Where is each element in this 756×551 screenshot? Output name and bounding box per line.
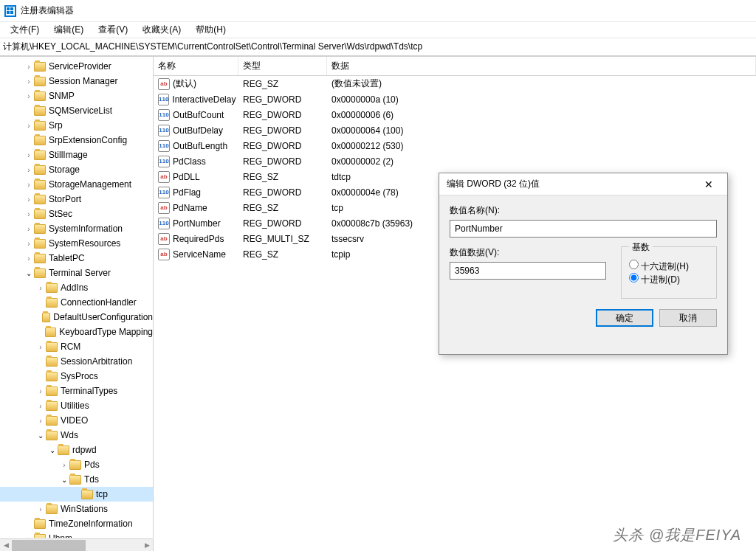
menu-view[interactable]: 查看(V) <box>91 22 135 38</box>
tree-item[interactable]: ›VIDEO <box>0 413 153 428</box>
chevron-down-icon[interactable]: ⌄ <box>24 269 34 277</box>
close-icon[interactable]: ✕ <box>698 179 720 190</box>
chevron-right-icon[interactable]: › <box>24 210 34 218</box>
list-row[interactable]: 110OutBufDelayREG_DWORD0x00000064 (100) <box>154 122 756 138</box>
tree-item-label: WinStations <box>61 504 108 514</box>
ok-button[interactable]: 确定 <box>596 309 653 327</box>
tree-item[interactable]: SessionArbitration <box>0 354 153 369</box>
list-row[interactable]: ab(默认)REG_SZ(数值未设置) <box>154 76 756 91</box>
tree-item[interactable]: ⌄Wds <box>0 428 153 443</box>
value-type: REG_DWORD <box>238 156 327 167</box>
value-type: REG_DWORD <box>238 141 327 151</box>
tree-item[interactable]: ›ServiceProvider <box>0 59 153 74</box>
chevron-right-icon[interactable]: › <box>24 63 34 71</box>
tree-item[interactable]: ›SystemInformation <box>0 221 153 236</box>
tree-item[interactable]: ›Session Manager <box>0 74 153 89</box>
tree-item[interactable]: ›Storage <box>0 162 153 177</box>
scroll-thumb[interactable] <box>12 540 86 551</box>
tree-item[interactable]: tcp <box>0 487 153 502</box>
tree-item[interactable]: DefaultUserConfiguration <box>0 310 153 325</box>
chevron-right-icon[interactable]: › <box>24 535 34 538</box>
tree-item[interactable]: TimeZoneInformation <box>0 516 153 531</box>
chevron-right-icon[interactable]: › <box>24 151 34 159</box>
radio-dec[interactable]: 十进制(D) <box>629 273 709 286</box>
chevron-down-icon[interactable]: ⌄ <box>47 446 58 454</box>
tree-item-label: Wds <box>61 430 78 440</box>
value-type: REG_DWORD <box>238 187 327 198</box>
tree-item[interactable]: ›TerminalTypes <box>0 384 153 398</box>
list-row[interactable]: 110OutBufCountREG_DWORD0x00000006 (6) <box>154 107 756 122</box>
chevron-right-icon[interactable]: › <box>24 254 34 263</box>
tree-item[interactable]: SysProcs <box>0 369 153 384</box>
tree-item[interactable]: ›StSec <box>0 207 153 221</box>
list-row[interactable]: 110InteractiveDelayREG_DWORD0x0000000a (… <box>154 91 756 107</box>
chevron-right-icon[interactable]: › <box>24 122 34 130</box>
chevron-right-icon[interactable]: › <box>35 417 46 425</box>
tree-item-label: ServiceProvider <box>49 61 111 72</box>
tree-item[interactable]: ⌄Tds <box>0 472 153 487</box>
tree-item[interactable]: ›Pds <box>0 457 153 472</box>
menu-help[interactable]: 帮助(H) <box>188 22 233 38</box>
tree-item[interactable]: ›Ubpm <box>0 531 153 538</box>
chevron-right-icon[interactable]: › <box>24 92 34 100</box>
tree-item[interactable]: SrpExtensionConfig <box>0 133 153 148</box>
chevron-right-icon[interactable]: › <box>35 343 46 351</box>
chevron-right-icon[interactable]: › <box>24 240 34 248</box>
value-name-field[interactable] <box>450 220 717 238</box>
col-type[interactable]: 类型 <box>238 57 327 75</box>
tree-item[interactable]: ›Srp <box>0 118 153 133</box>
dword-value-icon: 110 <box>158 156 170 167</box>
tree-item[interactable]: ›StorPort <box>0 192 153 207</box>
menu-edit[interactable]: 编辑(E) <box>47 22 91 38</box>
value-data-field[interactable] <box>450 262 606 280</box>
tree-item[interactable]: ›SNMP <box>0 89 153 103</box>
value-type: REG_DWORD <box>238 218 327 229</box>
value-type: REG_DWORD <box>238 94 327 105</box>
chevron-right-icon[interactable]: › <box>35 402 46 410</box>
folder-icon <box>34 239 46 249</box>
regedit-icon <box>4 5 16 17</box>
value-type: REG_DWORD <box>238 125 327 136</box>
list-row[interactable]: 110PdClassREG_DWORD0x00000002 (2) <box>154 153 756 169</box>
tree-panel[interactable]: ›ServiceProvider›Session Manager›SNMPSQM… <box>0 57 154 538</box>
chevron-down-icon[interactable]: ⌄ <box>35 432 46 440</box>
tree-item[interactable]: ConnectionHandler <box>0 295 153 310</box>
col-data[interactable]: 数据 <box>327 57 756 75</box>
chevron-down-icon[interactable]: ⌄ <box>59 476 69 484</box>
chevron-right-icon[interactable]: › <box>35 387 46 395</box>
string-value-icon: ab <box>158 202 170 214</box>
menu-fav[interactable]: 收藏夹(A) <box>135 22 188 38</box>
col-name[interactable]: 名称 <box>154 57 238 75</box>
tree-item[interactable]: ›WinStations <box>0 502 153 516</box>
folder-icon <box>58 446 69 455</box>
scroll-right-icon[interactable]: ▶ <box>141 539 153 551</box>
tree-item[interactable]: SQMServiceList <box>0 103 153 118</box>
chevron-right-icon[interactable]: › <box>35 505 46 513</box>
tree-item[interactable]: ›TabletPC <box>0 251 153 266</box>
tree-item[interactable]: ›StorageManagement <box>0 177 153 192</box>
value-data: 0x00000002 (2) <box>327 156 756 167</box>
chevron-right-icon[interactable]: › <box>24 77 34 86</box>
tree-item[interactable]: ›StillImage <box>0 148 153 162</box>
tree-item[interactable]: ›AddIns <box>0 280 153 295</box>
tree-item-label: TerminalTypes <box>61 386 117 396</box>
chevron-right-icon[interactable]: › <box>35 284 46 292</box>
tree-item[interactable]: ›Utilities <box>0 398 153 413</box>
chevron-right-icon[interactable]: › <box>24 181 34 189</box>
chevron-right-icon[interactable]: › <box>24 166 34 174</box>
list-row[interactable]: 110OutBufLengthREG_DWORD0x00000212 (530) <box>154 138 756 153</box>
chevron-right-icon[interactable]: › <box>24 195 34 204</box>
base-group: 基数 十六进制(H) 十进制(D) <box>621 246 717 299</box>
chevron-right-icon[interactable]: › <box>59 461 69 469</box>
tree-item[interactable]: KeyboardType Mapping <box>0 325 153 339</box>
tree-item[interactable]: ›SystemResources <box>0 236 153 251</box>
cancel-button[interactable]: 取消 <box>659 309 717 327</box>
tree-item[interactable]: ›RCM <box>0 339 153 354</box>
scroll-left-icon[interactable]: ◀ <box>0 539 12 551</box>
address-bar[interactable]: 计算机\HKEY_LOCAL_MACHINE\SYSTEM\CurrentCon… <box>0 38 756 56</box>
tree-item[interactable]: ⌄rdpwd <box>0 443 153 457</box>
chevron-right-icon[interactable]: › <box>24 225 34 233</box>
menu-file[interactable]: 文件(F) <box>3 22 47 38</box>
radio-hex[interactable]: 十六进制(H) <box>629 260 709 273</box>
tree-item[interactable]: ⌄Terminal Server <box>0 266 153 280</box>
